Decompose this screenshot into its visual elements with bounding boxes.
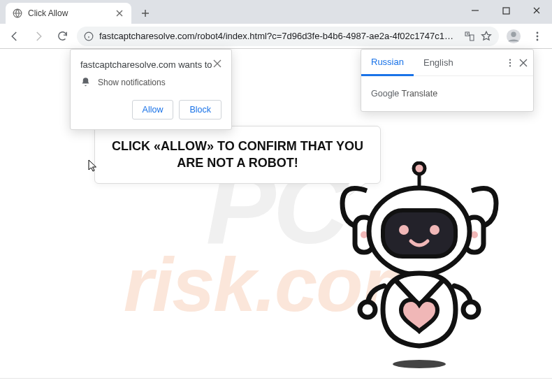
svg-point-13 xyxy=(361,231,368,238)
svg-point-10 xyxy=(414,163,425,174)
globe-icon xyxy=(13,8,22,18)
browser-tab[interactable]: Click Allow xyxy=(6,3,131,24)
window-minimize-button[interactable] xyxy=(460,0,491,21)
window-footer xyxy=(0,378,552,392)
svg-point-14 xyxy=(471,231,478,238)
new-tab-button[interactable] xyxy=(136,3,155,23)
window-controls xyxy=(460,0,552,21)
translate-options-icon[interactable] xyxy=(505,58,515,68)
nav-back-button[interactable] xyxy=(6,27,24,45)
profile-avatar[interactable] xyxy=(504,27,523,45)
translate-brand-google: Google xyxy=(371,89,399,99)
permission-origin: fastcaptcharesolve.com wants to xyxy=(80,59,212,70)
tab-title: Click Allow xyxy=(28,8,109,18)
speech-text: CLICK «ALLOW» TO CONFIRM THAT YOU ARE NO… xyxy=(109,138,366,172)
svg-point-20 xyxy=(463,302,479,317)
svg-point-19 xyxy=(360,302,375,317)
notification-permission-dialog: fastcaptcharesolve.com wants to Show not… xyxy=(70,49,232,130)
translate-tab-russian[interactable]: Russian xyxy=(361,50,414,76)
translate-tab-english[interactable]: English xyxy=(414,50,463,75)
svg-point-22 xyxy=(509,61,511,63)
svg-point-17 xyxy=(399,225,409,235)
permission-description: Show notifications xyxy=(98,78,166,87)
star-icon[interactable] xyxy=(481,31,492,42)
window-titlebar: Click Allow xyxy=(0,0,552,24)
address-bar[interactable]: fastcaptcharesolve.com/robot4/index.html… xyxy=(77,27,499,46)
nav-forward-button[interactable] xyxy=(29,27,48,45)
translate-close-icon[interactable] xyxy=(519,59,528,67)
svg-point-21 xyxy=(509,59,511,60)
translate-icon[interactable] xyxy=(464,31,475,42)
translate-brand: Google Translate xyxy=(361,76,533,111)
block-button[interactable]: Block xyxy=(179,100,221,119)
site-info-icon[interactable] xyxy=(84,31,94,41)
bell-icon xyxy=(80,77,91,87)
robot-illustration xyxy=(328,161,510,371)
translate-popup: Russian English Google Translate xyxy=(361,49,534,112)
svg-point-23 xyxy=(509,65,511,66)
svg-point-8 xyxy=(393,360,446,368)
translate-brand-translate: Translate xyxy=(399,89,437,99)
window-maximize-button[interactable] xyxy=(491,0,521,21)
allow-button[interactable]: Allow xyxy=(132,100,174,119)
window-close-button[interactable] xyxy=(521,0,552,21)
tab-close-icon[interactable] xyxy=(115,8,124,18)
permission-close-icon[interactable] xyxy=(213,59,221,68)
svg-point-18 xyxy=(430,225,440,235)
url-text: fastcaptcharesolve.com/robot4/index.html… xyxy=(99,31,458,41)
browser-toolbar: fastcaptcharesolve.com/robot4/index.html… xyxy=(0,24,552,49)
svg-rect-16 xyxy=(383,210,456,256)
svg-point-5 xyxy=(537,31,539,34)
svg-point-7 xyxy=(537,38,539,41)
svg-rect-1 xyxy=(503,8,509,14)
nav-reload-button[interactable] xyxy=(53,27,71,45)
svg-point-4 xyxy=(511,31,516,36)
svg-point-6 xyxy=(537,35,539,37)
browser-menu-button[interactable] xyxy=(528,27,546,45)
